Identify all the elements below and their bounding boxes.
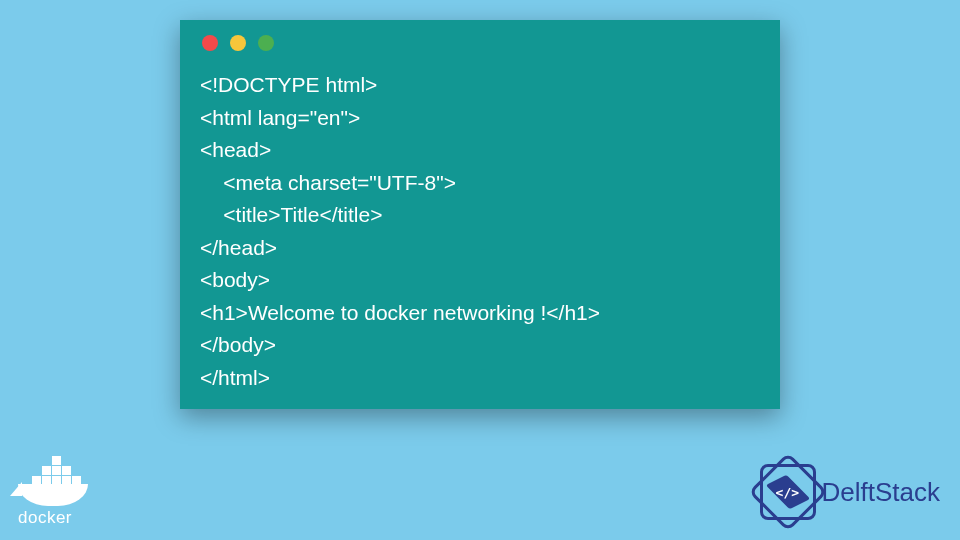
docker-label: docker [18,508,88,528]
close-icon[interactable] [202,35,218,51]
delftstack-logo: </> DelftStack [760,464,941,520]
code-window: <!DOCTYPE html> <html lang="en"> <head> … [180,20,780,409]
code-line: <!DOCTYPE html> [200,73,377,96]
code-line: <h1>Welcome to docker networking !</h1> [200,301,600,324]
code-line: </head> [200,236,277,259]
code-line: </html> [200,366,270,389]
window-controls [200,35,760,51]
docker-logo: docker [18,466,88,528]
code-symbol: </> [776,484,799,499]
code-line: <html lang="en"> [200,106,360,129]
code-line: <body> [200,268,270,291]
minimize-icon[interactable] [230,35,246,51]
delftstack-emblem-icon: </> [760,464,816,520]
maximize-icon[interactable] [258,35,274,51]
delftstack-label: DelftStack [822,477,941,508]
code-line: <title>Title</title> [200,203,382,226]
code-line: </body> [200,333,276,356]
code-line: <meta charset="UTF-8"> [200,171,456,194]
docker-whale-icon [18,466,88,506]
code-line: <head> [200,138,271,161]
code-content: <!DOCTYPE html> <html lang="en"> <head> … [200,69,760,394]
